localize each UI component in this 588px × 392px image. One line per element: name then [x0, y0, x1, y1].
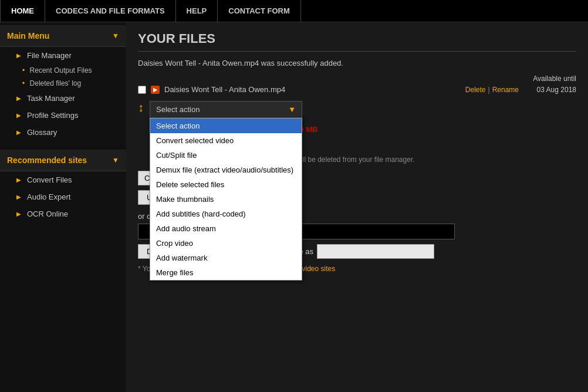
- file-checkbox[interactable]: [138, 86, 146, 94]
- sidebar-item-convert-files[interactable]: ▶ Convert Files: [0, 171, 126, 188]
- dropdown-item-crop[interactable]: Crop video: [150, 236, 302, 251]
- recommended-sites-header[interactable]: Recommended sites ▼: [0, 150, 126, 171]
- nav-codecs[interactable]: CODECS AND FILE FORMATS: [45, 0, 176, 22]
- file-type-icon: ▶: [151, 86, 160, 94]
- nav-contact[interactable]: CONTACT FORM: [218, 0, 300, 22]
- profile-settings-label: Profile Settings: [27, 111, 78, 120]
- action-area: ↕ Select action ▼ Select action Convert …: [138, 101, 576, 164]
- vertical-arrow-icon: ↕: [138, 101, 144, 114]
- sidebar-item-profile-settings[interactable]: ▶ Profile Settings: [0, 107, 126, 124]
- arrow-right-icon-7: ▶: [16, 211, 21, 217]
- dropdown-item-convert-video[interactable]: Convert selected video: [150, 133, 302, 148]
- dropdown-item-watermark[interactable]: Add watermark: [150, 251, 302, 265]
- dropdown-item-delete-files[interactable]: Delete selected files: [150, 177, 302, 192]
- main-menu-header[interactable]: Main Menu ▼: [0, 25, 126, 47]
- recommended-sites-label: Recommended sites: [7, 156, 87, 165]
- nav-help[interactable]: HELP: [176, 0, 218, 22]
- select-action-label: Select action: [156, 105, 200, 114]
- select-action-container: Select action ▼ Select action Convert se…: [150, 101, 302, 118]
- available-until-label: Available until: [533, 75, 576, 83]
- file-row: ▶ Daisies Wont Tell - Anita Owen.mp4 Del…: [138, 85, 576, 94]
- page-layout: Main Menu ▼ ▶ File Manager Recent Output…: [0, 22, 588, 392]
- main-menu-arrow: ▼: [112, 32, 119, 40]
- sidebar: Main Menu ▼ ▶ File Manager Recent Output…: [0, 22, 126, 392]
- ocr-online-label: OCR Online: [27, 209, 68, 218]
- arrow-right-icon-6: ▶: [16, 194, 21, 200]
- actions-separator: |: [488, 86, 490, 94]
- success-message: Daisies Wont Tell - Anita Owen.mp4 was s…: [138, 59, 576, 67]
- select-action-button[interactable]: Select action ▼: [150, 101, 302, 118]
- sidebar-recent-output[interactable]: Recent Output Files: [0, 64, 126, 77]
- dropdown-item-merge[interactable]: Merge files: [150, 265, 302, 280]
- page-title: YOUR FILES: [138, 31, 576, 52]
- arrow-right-icon-2: ▶: [16, 95, 21, 102]
- sidebar-deleted-files[interactable]: Deleted files' log: [0, 77, 126, 90]
- audio-expert-label: Audio Expert: [27, 192, 70, 201]
- arrow-right-icon-3: ▶: [16, 112, 21, 119]
- file-actions: Delete | Rename: [465, 86, 519, 94]
- dropdown-item-thumbnails[interactable]: Make thumbnails: [150, 192, 302, 207]
- dropdown-item-audio-stream[interactable]: Add audio stream: [150, 221, 302, 236]
- task-manager-label: Task Manager: [27, 94, 75, 103]
- dropdown-item-cut-split[interactable]: Cut/Split file: [150, 148, 302, 163]
- sidebar-item-audio-expert[interactable]: ▶ Audio Expert: [0, 188, 126, 205]
- delete-link[interactable]: Delete: [465, 86, 486, 94]
- file-date: 03 Aug 2018: [523, 86, 576, 94]
- recommended-arrow: ▼: [112, 156, 119, 164]
- sidebar-item-task-manager[interactable]: ▶ Task Manager: [0, 90, 126, 107]
- arrow-right-icon-5: ▶: [16, 177, 21, 183]
- dropdown-item-demux[interactable]: Demux file (extract video/audio/subtitle…: [150, 163, 302, 177]
- dropdown-item-subtitles[interactable]: Add subtitles (hard-coded): [150, 207, 302, 221]
- sidebar-item-ocr-online[interactable]: ▶ OCR Online: [0, 205, 126, 222]
- sidebar-item-file-manager[interactable]: ▶ File Manager: [0, 47, 126, 64]
- main-content: YOUR FILES Daisies Wont Tell - Anita Owe…: [126, 22, 588, 392]
- nav-home[interactable]: HOME: [0, 0, 45, 22]
- dropdown-arrow-icon: ▼: [288, 105, 296, 114]
- convert-files-label: Convert Files: [27, 175, 72, 184]
- sidebar-file-manager-label: File Manager: [27, 51, 72, 60]
- rename-link[interactable]: Rename: [492, 86, 519, 94]
- glossary-label: Glossary: [27, 128, 57, 137]
- recent-output-label: Recent Output Files: [30, 66, 92, 75]
- file-name: Daisies Wont Tell - Anita Owen.mp4: [164, 85, 461, 94]
- arrow-right-icon-4: ▶: [16, 129, 21, 136]
- sidebar-item-glossary[interactable]: ▶ Glossary: [0, 124, 126, 141]
- dropdown-item-select-action[interactable]: Select action: [150, 119, 302, 133]
- file-list-header: Available until: [138, 75, 576, 83]
- top-navigation: HOME CODECS AND FILE FORMATS HELP CONTAC…: [0, 0, 588, 22]
- rename-input[interactable]: [317, 244, 434, 259]
- deleted-files-label: Deleted files' log: [30, 79, 82, 87]
- dropdown-menu: Select action Convert selected video Cut…: [150, 118, 302, 281]
- arrow-right-icon: ▶: [16, 52, 21, 59]
- main-menu-label: Main Menu: [7, 31, 49, 40]
